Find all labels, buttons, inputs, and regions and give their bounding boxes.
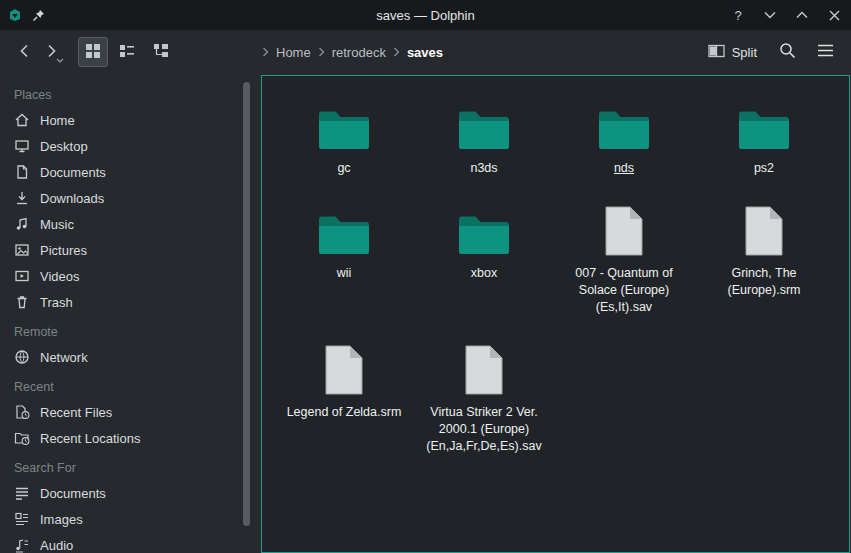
home-icon — [14, 112, 30, 128]
breadcrumb-chevron-icon — [318, 45, 325, 60]
grid-item-file[interactable]: Legend of Zelda.srm — [274, 328, 414, 433]
item-label: gc — [337, 160, 350, 177]
music-icon — [14, 216, 30, 232]
sidebar-item-home[interactable]: Home — [0, 107, 252, 133]
maximize-button[interactable] — [793, 6, 811, 24]
trash-icon — [14, 294, 30, 310]
sidebar-item-pictures[interactable]: Pictures — [0, 237, 252, 263]
sidebar-item-videos[interactable]: Videos — [0, 263, 252, 289]
dolphin-app-icon — [8, 8, 22, 22]
item-label: ps2 — [754, 160, 774, 177]
grid-item-folder[interactable]: xbox — [414, 189, 554, 294]
sidebar-item-downloads[interactable]: Downloads — [0, 185, 252, 211]
sidebar-item-label: Recent Locations — [40, 431, 140, 446]
recent-section-header: Recent — [0, 370, 252, 399]
minimize-button[interactable] — [761, 6, 779, 24]
grid-item-folder[interactable]: ps2 — [694, 84, 834, 189]
breadcrumb-chevron-icon — [262, 45, 269, 60]
breadcrumb: Home retrodeck saves — [262, 45, 443, 60]
file-icon — [323, 342, 365, 396]
search-for-section-header: Search For — [0, 451, 252, 480]
folder-icon — [316, 98, 372, 152]
item-label: xbox — [471, 265, 497, 282]
tree-view-button[interactable] — [146, 37, 176, 67]
sidebar-item-label: Downloads — [40, 191, 104, 206]
folder-icon — [456, 98, 512, 152]
titlebar[interactable]: saves — Dolphin ? — [0, 0, 851, 30]
item-label: Legend of Zelda.srm — [287, 404, 402, 421]
sidebar-item-label: Videos — [40, 269, 80, 284]
search-audio-icon — [14, 537, 30, 553]
item-label: wii — [337, 265, 352, 282]
sidebar-item-label: Desktop — [40, 139, 88, 154]
icons-view-icon — [85, 43, 101, 62]
folder-view[interactable]: gc n3ds nds ps2 — [261, 75, 850, 553]
breadcrumb-chevron-icon — [393, 45, 400, 60]
search-button[interactable] — [773, 38, 801, 66]
grid-item-file[interactable]: Virtua Striker 2 Ver. 2000.1 (Europe) (E… — [414, 328, 554, 467]
places-section-header: Places — [0, 78, 252, 107]
sidebar-item-search-documents[interactable]: Documents — [0, 480, 252, 506]
breadcrumb-home[interactable]: Home — [276, 45, 311, 60]
remote-section-header: Remote — [0, 315, 252, 344]
sidebar-item-label: Documents — [40, 486, 106, 501]
split-button[interactable]: Split — [702, 40, 763, 65]
help-button[interactable]: ? — [729, 6, 747, 24]
details-view-icon — [119, 43, 135, 62]
video-icon — [14, 268, 30, 284]
sidebar-item-recent-locations[interactable]: Recent Locations — [0, 425, 252, 451]
chevron-left-icon — [16, 42, 34, 63]
sidebar-item-label: Music — [40, 217, 74, 232]
icons-view-button[interactable] — [78, 37, 108, 67]
forward-button[interactable] — [38, 37, 64, 67]
search-icon — [779, 42, 796, 62]
folder-icon — [456, 203, 512, 257]
grid-item-folder[interactable]: nds — [554, 84, 694, 189]
grid-item-file[interactable]: 007 - Quantum of Solace (Europe) (Es,It)… — [554, 189, 694, 328]
file-icon — [603, 203, 645, 257]
file-icon — [463, 342, 505, 396]
sidebar-item-recent-files[interactable]: Recent Files — [0, 399, 252, 425]
download-icon — [14, 190, 30, 206]
sidebar-item-network[interactable]: Network — [0, 344, 252, 370]
grid-item-folder[interactable]: wii — [274, 189, 414, 294]
view-mode-group — [78, 37, 176, 67]
sidebar-item-trash[interactable]: Trash — [0, 289, 252, 315]
image-icon — [14, 242, 30, 258]
grid-item-folder[interactable]: n3ds — [414, 84, 554, 189]
tree-view-icon — [153, 43, 169, 62]
grid-item-folder[interactable]: gc — [274, 84, 414, 189]
sidebar-item-search-audio[interactable]: Audio — [0, 532, 252, 553]
grid-item-file[interactable]: Grinch, The (Europe).srm — [694, 189, 834, 311]
network-icon — [14, 349, 30, 365]
sidebar-item-music[interactable]: Music — [0, 211, 252, 237]
menu-button[interactable] — [811, 38, 839, 66]
breadcrumb-saves[interactable]: saves — [407, 45, 443, 60]
split-button-label: Split — [732, 45, 757, 60]
sidebar-item-label: Pictures — [40, 243, 87, 258]
item-label: nds — [614, 160, 634, 177]
sidebar-scrollbar[interactable] — [243, 82, 250, 526]
details-view-button[interactable] — [112, 37, 142, 67]
hamburger-icon — [817, 44, 834, 60]
forward-history-chevron-icon[interactable] — [56, 51, 64, 66]
pin-icon[interactable] — [32, 9, 45, 22]
window-title: saves — Dolphin — [0, 8, 851, 23]
item-label: Grinch, The (Europe).srm — [701, 265, 827, 299]
sidebar-item-label: Home — [40, 113, 75, 128]
recent-files-icon — [14, 404, 30, 420]
sidebar-item-documents[interactable]: Documents — [0, 159, 252, 185]
search-documents-icon — [14, 485, 30, 501]
close-button[interactable] — [825, 6, 843, 24]
breadcrumb-retrodeck[interactable]: retrodeck — [332, 45, 386, 60]
split-view-icon — [708, 44, 725, 61]
sidebar-item-search-images[interactable]: Images — [0, 506, 252, 532]
recent-locations-icon — [14, 430, 30, 446]
sidebar-item-label: Images — [40, 512, 83, 527]
back-button[interactable] — [12, 37, 38, 67]
item-label: Virtua Striker 2 Ver. 2000.1 (Europe) (E… — [421, 404, 547, 455]
sidebar-item-label: Documents — [40, 165, 106, 180]
folder-icon — [316, 203, 372, 257]
places-panel: Places Home Desktop Documents Downloads … — [0, 74, 252, 553]
sidebar-item-desktop[interactable]: Desktop — [0, 133, 252, 159]
